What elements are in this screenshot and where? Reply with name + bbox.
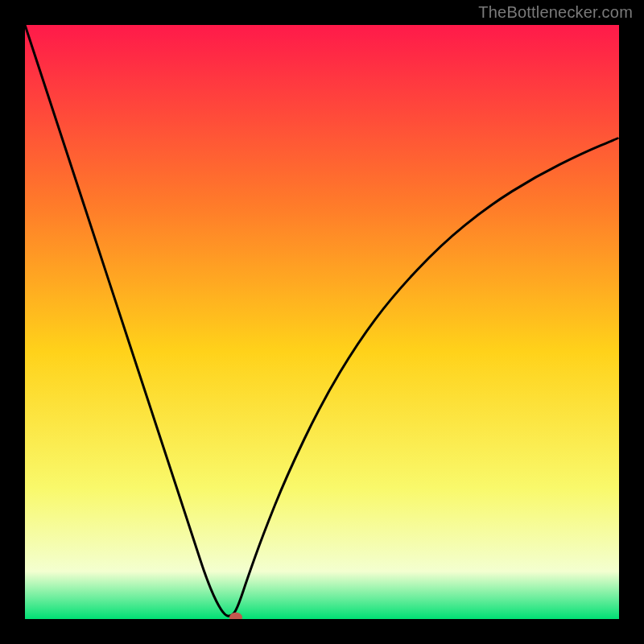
attribution-text: TheBottlenecker.com — [478, 3, 633, 22]
gradient-background — [25, 25, 619, 619]
bottleneck-chart — [25, 25, 619, 619]
chart-plot-area — [25, 25, 619, 619]
